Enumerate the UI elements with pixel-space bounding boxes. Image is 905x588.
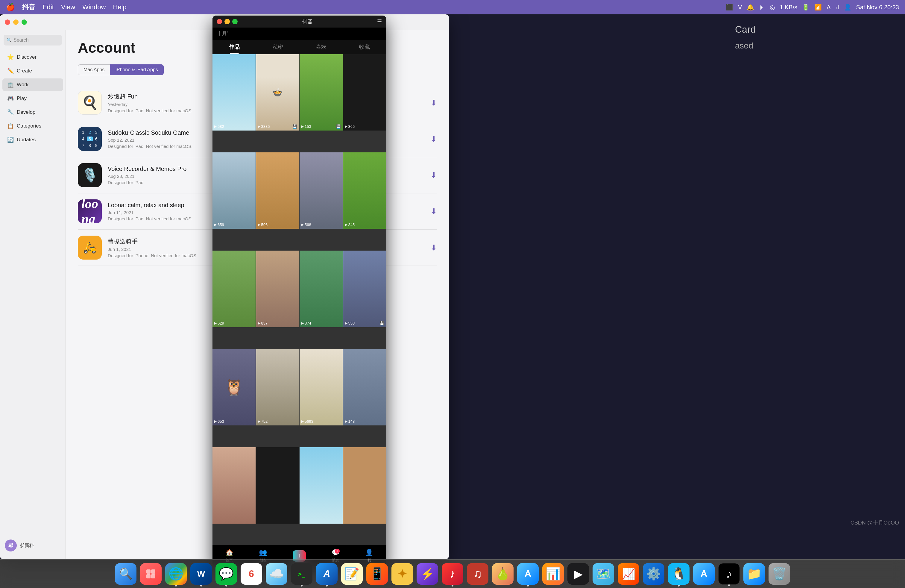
dock-item-qq[interactable]: 🐧 [668, 563, 689, 585]
dock: 🔍 🌐 W 💬 6 ☁️ >_ A 📝 📱 ✦ [0, 559, 905, 588]
battery-icon[interactable]: 🔋 [802, 3, 810, 11]
video-count: ▶874 [302, 321, 311, 326]
tab-favorites[interactable]: 收藏 [343, 40, 386, 54]
video-cell[interactable]: ▶874 [300, 251, 343, 327]
video-cell[interactable] [300, 447, 343, 524]
download-caozuo-button[interactable]: ⬇ [430, 243, 437, 253]
video-cell[interactable]: ▶752 [256, 349, 299, 426]
video-cell[interactable]: 🦉 ▶653 [213, 349, 256, 426]
download-chaofan-button[interactable]: ⬇ [430, 98, 437, 108]
sidebar-item-categories[interactable]: 📋 Categories [2, 120, 63, 132]
video-cell[interactable]: ▶553 💾 [343, 251, 386, 327]
sidebar-item-play[interactable]: 🎮 Play [2, 92, 63, 105]
sidebar-item-create[interactable]: ✏️ Create [2, 65, 63, 77]
dock-item-wechat[interactable]: 💬 [216, 563, 237, 585]
dock-item-pear[interactable]: 🍐 [492, 563, 514, 585]
search-bar[interactable]: 🔍 Search [3, 35, 62, 46]
app-icon-caozuo: 🛵 [78, 236, 102, 259]
active-app-name[interactable]: 抖音 [22, 3, 35, 12]
menu-edit[interactable]: Edit [43, 3, 54, 11]
dock-item-sketch[interactable]: ✦ [391, 563, 413, 585]
douyin-minimize-button[interactable] [224, 19, 230, 24]
tab-private[interactable]: 私密 [256, 40, 299, 54]
bluetooth-icon[interactable]: ⑁ [835, 4, 839, 11]
dock-item-files[interactable]: 📁 [743, 563, 765, 585]
dock-item-notes[interactable]: 📝 [341, 563, 363, 585]
dock-item-app21[interactable]: 📈 [618, 563, 639, 585]
dock-item-launchpad[interactable] [140, 563, 162, 585]
minimize-button[interactable] [13, 19, 19, 25]
dock-item-app6[interactable]: ☁️ [266, 563, 287, 585]
video-count: ▶3885 [258, 124, 270, 129]
dock-item-webstorm[interactable]: W [191, 563, 212, 585]
dock-item-trash[interactable]: 🗑️ [768, 563, 790, 585]
video-cell[interactable]: ▶148 [343, 349, 386, 426]
video-cell[interactable]: ▶629 [213, 251, 256, 327]
video-cell[interactable]: 🍲 ▶3885 💾 [256, 54, 299, 130]
dock-item-iina[interactable]: ▶ [567, 563, 589, 585]
sidebar-item-develop[interactable]: 🔧 Develop [2, 106, 63, 119]
playback-icon[interactable]: ⏵ [759, 4, 765, 11]
video-cell[interactable]: ▶345 [343, 153, 386, 229]
activity-icon[interactable]: ◎ [770, 3, 775, 11]
control-center-icon[interactable]: ⬛ [726, 3, 733, 11]
tab-likes[interactable]: 喜欢 [299, 40, 343, 54]
sidebar-item-work[interactable]: 🏢 Work [2, 78, 63, 91]
wifi-icon[interactable]: 📶 [814, 3, 822, 11]
text-icon[interactable]: A [827, 4, 830, 11]
dock-item-appstore-dock[interactable]: A [316, 563, 338, 585]
finder-icon: 🔍 [119, 567, 133, 580]
video-cell[interactable]: ▶153 💾 [300, 54, 343, 130]
douyin-close-button[interactable] [217, 19, 222, 24]
maximize-button[interactable] [22, 19, 27, 25]
dock-item-app10[interactable]: 📱 [366, 563, 388, 585]
search-icon: 🔍 [6, 38, 12, 43]
dock-item-appstore2[interactable]: A [517, 563, 539, 585]
menu-view[interactable]: View [61, 3, 75, 11]
notification-icon[interactable]: 🔔 [747, 3, 754, 11]
video-cell[interactable] [213, 447, 256, 524]
video-count: ▶653 [214, 419, 224, 424]
douyin-maximize-button[interactable] [232, 19, 238, 24]
tab-works[interactable]: 作品 [213, 40, 256, 54]
menu-window[interactable]: Window [82, 3, 106, 11]
dock-item-terminal[interactable]: >_ [291, 563, 313, 585]
tab-mac-apps[interactable]: Mac Apps [78, 64, 110, 75]
video-cell[interactable]: ▶5693 [300, 349, 343, 426]
dock-item-lepton[interactable]: ⚡ [417, 563, 438, 585]
dock-item-finder[interactable]: 🔍 [115, 563, 137, 585]
sidebar-item-discover[interactable]: ⭐ Discover [2, 51, 63, 64]
apple-logo-icon[interactable]: 🍎 [6, 3, 15, 11]
dock-item-app18[interactable]: 📊 [542, 563, 564, 585]
video-cell[interactable] [343, 447, 386, 524]
video-cell[interactable] [256, 447, 299, 524]
video-cell[interactable]: ▶596 [256, 153, 299, 229]
sketch-icon: ✦ [397, 567, 407, 580]
download-loona-button[interactable]: ⬇ [430, 207, 437, 216]
video-cell[interactable]: ▶365 [343, 54, 386, 130]
user-icon[interactable]: 👤 [844, 3, 851, 11]
dock-item-chrome[interactable]: 🌐 [165, 563, 187, 585]
pear-icon: 🍐 [495, 567, 510, 581]
download-voice-button[interactable]: ⬇ [430, 171, 437, 180]
douyin-menu-icon[interactable]: ☰ [377, 18, 382, 25]
video-cell[interactable]: ▶659 [213, 153, 256, 229]
video-cell[interactable]: ▶582 [213, 54, 256, 130]
video-cell[interactable]: ▶837 [256, 251, 299, 327]
dock-item-tiktok[interactable]: ♪ [718, 563, 740, 585]
close-button[interactable] [5, 19, 10, 25]
dock-item-music[interactable]: ♪ [442, 563, 463, 585]
sidebar-item-updates[interactable]: 🔄 Updates [2, 133, 63, 146]
video-count: ▶345 [345, 222, 355, 227]
tab-iphone-ipad-apps[interactable]: iPhone & iPad Apps [110, 64, 164, 75]
dock-item-appstore3[interactable]: A [693, 563, 714, 585]
dock-item-xcode[interactable]: ⚙️ [643, 563, 664, 585]
download-sudoku-button[interactable]: ⬇ [430, 134, 437, 144]
dock-item-maps[interactable]: 🗺️ [592, 563, 614, 585]
sidebar-user-section[interactable]: 郝 郝新科 [0, 537, 65, 555]
menu-help[interactable]: Help [113, 3, 126, 11]
video-cell[interactable]: ▶568 [300, 153, 343, 229]
velocity-icon[interactable]: V [738, 4, 742, 11]
dock-item-calendar[interactable]: 6 [241, 563, 262, 585]
dock-item-netease[interactable]: ♫ [467, 563, 488, 585]
